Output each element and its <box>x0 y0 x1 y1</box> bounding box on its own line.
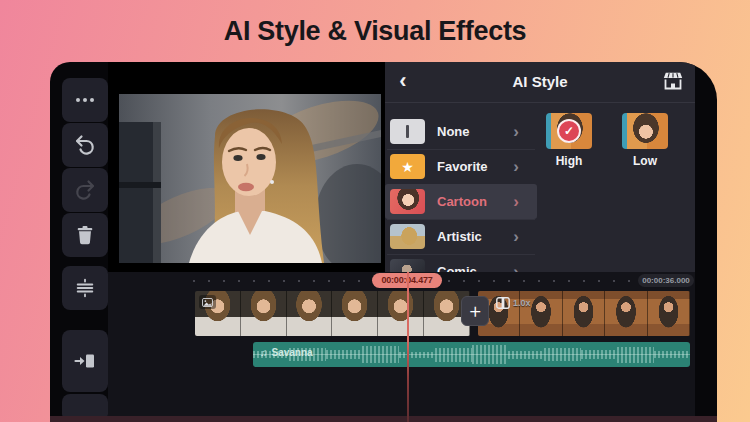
asset-store-button[interactable] <box>661 69 687 95</box>
chevron-right-icon: › <box>513 157 519 177</box>
style-label: Comic <box>437 264 477 272</box>
style-label: Artistic <box>437 229 482 244</box>
chevron-right-icon: › <box>513 262 519 273</box>
video-preview <box>108 62 385 272</box>
style-item-favorite[interactable]: ★ Favorite › <box>385 149 537 184</box>
more-options-button[interactable] <box>62 78 108 122</box>
artistic-thumbnail <box>390 224 425 249</box>
app-window: ‹ AI Style None › ★ Favorite › <box>50 62 717 422</box>
clip-frame <box>241 291 287 336</box>
chevron-right-icon: › <box>513 227 519 247</box>
redo-icon <box>73 178 97 202</box>
style-label: None <box>437 124 470 139</box>
music-note-icon: ♫ <box>260 347 268 358</box>
speed-label: 1.0x <box>513 298 531 308</box>
image-clip-badge <box>199 295 216 309</box>
audio-track-label: ♫ Savanna <box>260 347 313 358</box>
clip-frame <box>287 291 333 336</box>
undo-icon <box>73 133 97 157</box>
total-duration-badge: 00:00:36.000 <box>638 274 694 287</box>
add-media-button[interactable]: ＋ <box>461 296 489 326</box>
timeline[interactable]: 00:00:04.477 00:00:36.000 1.0x ＋ <box>108 272 695 422</box>
bottom-strip <box>50 416 717 422</box>
none-icon <box>406 125 409 138</box>
style-label: Favorite <box>437 159 488 174</box>
quality-option-low[interactable] <box>622 113 668 149</box>
clip-speed-badge: 1.0x <box>496 297 531 309</box>
ai-style-panel: ‹ AI Style None › ★ Favorite › <box>385 62 695 272</box>
more-dots-icon <box>74 89 96 111</box>
audio-clip-savanna[interactable]: ♫ Savanna <box>253 342 690 367</box>
picture-icon <box>202 298 213 307</box>
panel-title: AI Style <box>385 73 695 90</box>
chevron-right-icon: › <box>513 192 519 212</box>
quality-label-low: Low <box>622 154 668 168</box>
undo-button[interactable] <box>62 123 108 167</box>
jump-to-clip-button[interactable] <box>62 330 108 392</box>
store-icon <box>661 69 685 93</box>
clip-frame <box>648 291 690 336</box>
audio-waveform <box>253 342 690 367</box>
jump-arrow-icon <box>73 349 97 373</box>
trash-icon <box>74 224 96 246</box>
page-title: AI Style & Visual Effects <box>0 16 750 47</box>
redo-button[interactable] <box>62 168 108 212</box>
split-icon <box>74 277 96 299</box>
style-item-cartoon[interactable]: Cartoon › <box>385 184 537 219</box>
cartoon-thumbnail <box>390 189 425 214</box>
playhead[interactable] <box>407 272 409 422</box>
style-item-artistic[interactable]: Artistic › <box>385 219 537 254</box>
clip-frame <box>332 291 378 336</box>
favorite-thumbnail: ★ <box>390 154 425 179</box>
clip-frame <box>563 291 605 336</box>
delete-button[interactable] <box>62 213 108 257</box>
chevron-right-icon: › <box>513 122 519 142</box>
video-clip-1[interactable] <box>195 291 470 336</box>
comic-thumbnail <box>390 259 425 272</box>
divider <box>385 102 695 103</box>
panel-header: ‹ AI Style <box>385 62 695 102</box>
clip-frame <box>605 291 647 336</box>
style-item-comic[interactable]: Comic › <box>385 254 537 272</box>
preview-image <box>119 94 381 263</box>
audio-track-name: Savanna <box>272 347 313 358</box>
none-thumbnail <box>390 119 425 144</box>
video-layer-icon <box>496 297 510 309</box>
selected-check-icon: ✓ <box>557 119 581 143</box>
quality-label-high: High <box>546 154 592 168</box>
style-item-none[interactable]: None › <box>385 114 537 149</box>
split-trim-button[interactable] <box>62 266 108 310</box>
star-icon: ★ <box>401 159 414 175</box>
style-label: Cartoon <box>437 194 487 209</box>
clip-frame <box>378 291 424 336</box>
